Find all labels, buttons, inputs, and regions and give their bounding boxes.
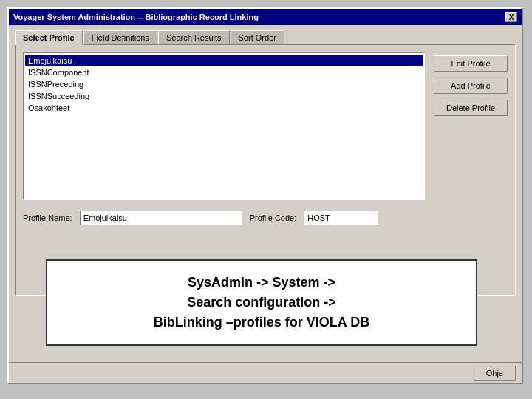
profile-name-label: Profile Name: xyxy=(23,214,72,222)
profile-list[interactable]: Emojulkaisu ISSNComponent ISSNPreceding … xyxy=(23,52,425,200)
panel-inner: Emojulkaisu ISSNComponent ISSNPreceding … xyxy=(23,52,508,200)
tooltip-line2: Search configuration -> xyxy=(62,293,461,313)
tooltip-overlay: SysAdmin -> System -> Search configurati… xyxy=(46,259,477,346)
tab-sort-order[interactable]: Sort Order xyxy=(231,30,284,45)
list-item[interactable]: ISSNPreceding xyxy=(25,78,423,90)
add-profile-button[interactable]: Add Profile xyxy=(434,78,508,94)
profile-name-input[interactable] xyxy=(80,211,242,225)
list-item[interactable]: ISSNSucceeding xyxy=(25,90,423,102)
title-bar: Voyager System Administration -- Bibliog… xyxy=(9,9,522,25)
list-box-container: Emojulkaisu ISSNComponent ISSNPreceding … xyxy=(23,52,425,200)
button-panel: Edit Profile Add Profile Delete Profile xyxy=(434,52,508,200)
panel: Emojulkaisu ISSNComponent ISSNPreceding … xyxy=(15,44,516,296)
tab-select-profile[interactable]: Select Profile xyxy=(15,30,83,45)
list-item[interactable]: Osakohteet xyxy=(25,102,423,114)
edit-profile-button[interactable]: Edit Profile xyxy=(434,55,508,72)
list-item[interactable]: Emojulkaisu xyxy=(25,55,423,66)
profile-code-label: Profile Code: xyxy=(250,214,297,222)
help-button[interactable]: Ohje xyxy=(474,366,516,381)
tooltip-line3: BibLinking –profiles for VIOLA DB xyxy=(62,313,461,332)
tab-bar: Select Profile Field Definitions Search … xyxy=(15,30,516,44)
tooltip-line1: SysAdmin -> System -> xyxy=(62,273,461,293)
delete-profile-button[interactable]: Delete Profile xyxy=(434,100,508,116)
profile-fields: Profile Name: Profile Code: xyxy=(23,211,508,225)
list-item[interactable]: ISSNComponent xyxy=(25,66,423,78)
close-button[interactable]: X xyxy=(505,12,517,22)
main-window: Voyager System Administration -- Bibliog… xyxy=(7,7,523,384)
profile-code-input[interactable] xyxy=(304,211,378,225)
tab-field-definitions[interactable]: Field Definitions xyxy=(83,30,157,45)
window-title: Voyager System Administration -- Bibliog… xyxy=(13,13,259,21)
tab-search-results[interactable]: Search Results xyxy=(158,30,230,45)
bottom-bar: Ohje xyxy=(9,362,522,383)
